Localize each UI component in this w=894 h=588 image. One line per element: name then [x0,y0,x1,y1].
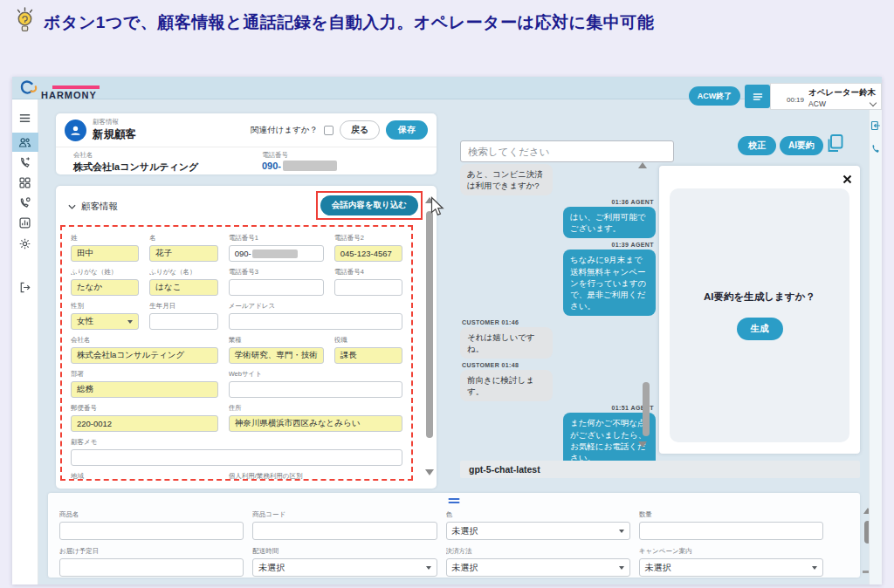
phone-icon[interactable] [870,142,881,158]
form-field: 電話番号3 [229,268,324,296]
field-label: 業種 [229,336,324,345]
operator-status-box[interactable]: 00:19 オペレーター鈴木 ACW [770,83,882,110]
field-input[interactable]: 株式会社laコンサルティング [71,347,218,364]
exit-icon[interactable] [870,119,881,134]
field-label: 個人利用/業務利用の区別 [229,472,402,481]
field-input[interactable] [71,449,402,466]
close-icon[interactable] [842,172,852,188]
field-input[interactable] [252,522,437,540]
field-input[interactable] [334,279,402,296]
sidebar-item-dashboard[interactable] [12,173,38,192]
logout-icon[interactable] [12,277,38,297]
copy-icon[interactable] [825,133,844,157]
scroll-up-arrow[interactable] [425,197,434,203]
field-input[interactable] [59,522,244,540]
field-input[interactable]: たなか [71,279,139,296]
field-input[interactable]: 未選択 [252,558,437,577]
brand-name: HARMONY [41,90,97,100]
form-field: 姓 田中 [71,234,139,262]
chevron-down-icon [127,320,133,324]
field-input[interactable]: はなこ [149,279,217,296]
settings-gear-icon[interactable] [12,234,38,253]
field-input[interactable]: 課長 [334,347,402,364]
form-field: ふりがな（名） はなこ [149,268,217,296]
back-button[interactable]: 戻る [340,120,380,140]
field-input[interactable] [229,279,324,296]
associate-question: 関連付けますか？ [251,125,318,136]
field-label: 名 [149,234,217,243]
field-input[interactable] [59,558,244,577]
chat-bubble: ちなみに9月末まで送料無料キャンペーンを行っていますので、是非ご利用ください。 [563,250,656,316]
field-input[interactable] [639,522,823,540]
field-input[interactable]: 220-0012 [71,415,218,432]
form-field: 数量 [639,510,823,540]
form-section-title: 顧客情報 [81,201,118,213]
proofread-button[interactable]: 校正 [738,136,776,155]
field-input[interactable]: 未選択 [446,558,630,577]
chat-message: 01:36 AGENT はい、ご利用可能でございます。 [460,197,656,238]
field-input[interactable] [149,313,217,330]
scroll-down-arrow[interactable] [638,441,647,448]
form-field: 決済方法 未選択 [446,547,630,577]
chat-message: CUSTOMER 01:48 前向きに検討します。 [460,360,656,401]
ai-summary-placeholder: AI要約を生成しますか？ 生成 [670,188,849,442]
field-input[interactable]: 田中 [71,245,139,262]
field-label: 部署 [71,370,218,379]
form-field: 役職 課長 [334,336,402,364]
menu-icon[interactable] [12,108,38,127]
form-field: 商品名 [59,510,244,540]
chat-message: 01:51 AGENT また何かご不明な点がございましたら、お気軽にお電話くださ… [460,403,656,461]
form-field: 電話番号4 [334,268,402,296]
field-label: 電話番号2 [334,234,402,243]
field-label: ふりがな（姓） [71,268,139,277]
field-input[interactable]: 総務 [71,381,218,398]
field-input[interactable] [229,381,402,398]
generate-button[interactable]: 生成 [737,318,783,340]
form-field: Webサイト [229,370,402,398]
field-label: 商品コード [252,510,437,519]
chevron-down-icon[interactable] [870,99,877,106]
sidebar-item-phone-settings[interactable] [12,193,38,212]
field-input[interactable]: 未選択 [639,558,823,577]
section-toggle[interactable]: 顧客情報 [68,201,118,213]
field-input[interactable]: 090- [229,245,324,262]
field-input[interactable]: 女性 [71,313,139,330]
field-label: Webサイト [229,370,402,379]
sidebar-item-phone-callback[interactable] [12,153,38,172]
field-input[interactable]: 学術研究、専門・技術 [229,347,324,364]
field-input[interactable]: 花子 [149,245,217,262]
save-button[interactable]: 保存 [386,120,428,140]
chevron-down-icon [619,530,624,533]
form-scrollbar-thumb[interactable] [426,211,433,438]
import-conversation-button[interactable]: 会話内容を取り込む [320,195,418,215]
search-input[interactable] [460,140,674,162]
company-value: 株式会社laコンサルティング [73,161,262,174]
ai-summary-button[interactable]: AI要約 [780,136,823,155]
form-field: 電話番号1 090- [229,234,324,262]
field-input[interactable] [229,313,402,330]
sidebar-item-analytics[interactable] [12,213,38,232]
field-input[interactable]: 未選択 [446,522,630,540]
drag-handle-icon[interactable] [449,496,460,505]
chat-scrollbar-thumb[interactable] [643,382,650,436]
message-meta: CUSTOMER 01:46 [462,319,519,325]
sidebar [12,99,38,585]
field-input[interactable]: 神奈川県横浜市西区みなとみらい [229,415,402,432]
chevron-down-icon [68,203,76,211]
associate-checkbox[interactable] [324,126,334,135]
field-label: キャンペーン案内 [639,547,823,556]
field-value: 090- [235,249,251,258]
field-label: 色 [446,510,630,519]
operator-status: ACW [808,99,826,108]
customer-form-grid: 姓 田中 名 花子 電話番号1 090- 電話番号2 045-123-4567 … [71,234,402,481]
scroll-down-arrow[interactable] [425,469,434,475]
sidebar-item-contacts[interactable] [12,133,38,152]
form-field: お届け予定日 [59,547,244,577]
field-input[interactable]: 045-123-4567 [334,245,402,262]
scroll-up-arrow[interactable] [638,162,647,168]
form-field: ふりがな（姓） たなか [71,268,139,296]
field-label: 生年月日 [149,302,217,311]
field-label: 会社名 [71,336,218,345]
list-menu-icon[interactable] [745,85,770,108]
acw-end-button[interactable]: ACW終了 [689,86,740,106]
